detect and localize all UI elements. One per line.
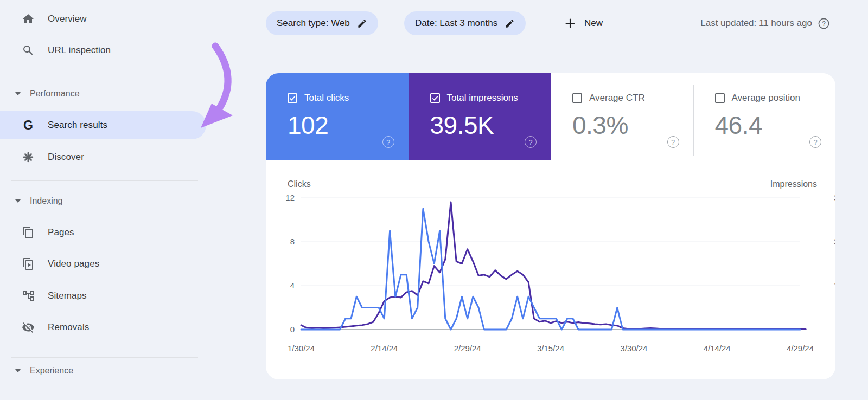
- svg-text:3/15/24: 3/15/24: [537, 344, 564, 353]
- sitemaps-icon: [22, 289, 35, 302]
- sidebar: Overview URL inspection Performance G Se…: [0, 0, 250, 400]
- eye-off-icon: [22, 321, 35, 334]
- sidebar-item-label: URL inspection: [48, 45, 111, 56]
- section-label: Indexing: [30, 196, 63, 206]
- sidebar-item-url-inspection[interactable]: URL inspection: [0, 35, 217, 66]
- sidebar-item-label: Discover: [48, 152, 84, 163]
- edit-pencil-icon: [505, 18, 515, 29]
- svg-text:12: 12: [285, 193, 295, 202]
- svg-text:?: ?: [822, 20, 826, 27]
- sidebar-item-label: Overview: [48, 14, 87, 24]
- chip-label: Date: Last 3 months: [415, 18, 497, 29]
- svg-text:4/14/24: 4/14/24: [704, 344, 731, 353]
- svg-text:2/29/24: 2/29/24: [454, 344, 481, 353]
- sidebar-divider: [11, 73, 198, 73]
- sidebar-section-experience[interactable]: Experience: [0, 359, 217, 383]
- sidebar-item-label: Pages: [48, 227, 74, 238]
- svg-text:2K: 2K: [834, 237, 835, 246]
- google-g-icon: G: [22, 119, 35, 132]
- search-type-chip[interactable]: Search type: Web: [266, 11, 378, 35]
- sidebar-item-label: Video pages: [48, 259, 99, 269]
- svg-text:1K: 1K: [834, 281, 835, 290]
- svg-text:8: 8: [290, 237, 295, 246]
- svg-text:4/29/24: 4/29/24: [787, 344, 814, 353]
- svg-text:0: 0: [290, 325, 295, 334]
- new-button-label: New: [584, 18, 603, 29]
- performance-line-chart: 123K82K41K001/30/242/14/242/29/243/15/24…: [266, 73, 835, 379]
- sidebar-item-pages[interactable]: Pages: [0, 217, 217, 248]
- chevron-down-icon: [15, 369, 21, 372]
- search-icon: [22, 44, 35, 57]
- date-range-chip[interactable]: Date: Last 3 months: [404, 11, 526, 35]
- svg-text:3/30/24: 3/30/24: [620, 344, 647, 353]
- chevron-down-icon: [15, 199, 21, 203]
- sidebar-item-overview[interactable]: Overview: [0, 4, 217, 34]
- sidebar-section-performance[interactable]: Performance: [0, 82, 217, 106]
- sidebar-item-label: Removals: [48, 322, 89, 333]
- help-circle-icon[interactable]: ?: [818, 17, 830, 30]
- sidebar-divider: [11, 180, 198, 181]
- sidebar-item-label: Sitemaps: [48, 291, 87, 301]
- svg-text:4: 4: [290, 281, 295, 290]
- video-pages-icon: [22, 257, 35, 270]
- chevron-down-icon: [15, 92, 21, 95]
- discover-asterisk-icon: [22, 151, 35, 164]
- last-updated-text: Last updated: 11 hours ago: [700, 18, 812, 29]
- last-updated-status: Last updated: 11 hours ago ?: [700, 11, 830, 35]
- sidebar-section-indexing[interactable]: Indexing: [0, 189, 217, 213]
- new-button[interactable]: New: [560, 11, 606, 35]
- sidebar-divider: [11, 357, 198, 358]
- section-label: Performance: [30, 89, 80, 99]
- svg-text:3K: 3K: [834, 193, 835, 202]
- chip-label: Search type: Web: [277, 18, 350, 29]
- home-icon: [22, 12, 35, 25]
- edit-pencil-icon: [357, 18, 367, 29]
- sidebar-item-discover[interactable]: Discover: [0, 142, 217, 172]
- sidebar-item-removals[interactable]: Removals: [0, 312, 217, 343]
- plus-icon: [564, 17, 577, 30]
- sidebar-item-label: Search results: [48, 120, 107, 131]
- svg-text:2/14/24: 2/14/24: [371, 344, 398, 353]
- performance-panel: Total clicks 102 ? Total impressions 39.…: [266, 73, 835, 379]
- svg-text:1/30/24: 1/30/24: [288, 344, 315, 353]
- section-label: Experience: [30, 366, 73, 376]
- sidebar-item-search-results[interactable]: G Search results: [0, 111, 206, 139]
- sidebar-item-sitemaps[interactable]: Sitemaps: [0, 281, 217, 311]
- pages-icon: [22, 226, 35, 239]
- sidebar-item-video-pages[interactable]: Video pages: [0, 249, 217, 279]
